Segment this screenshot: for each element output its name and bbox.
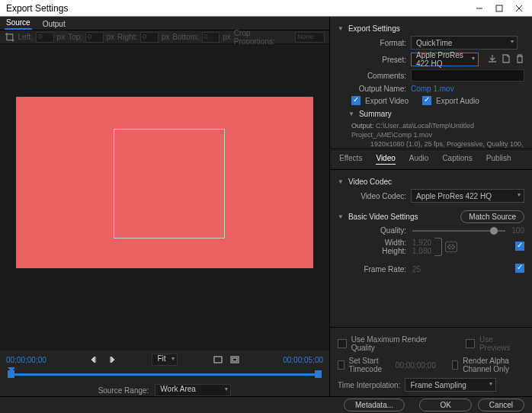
cancel-button[interactable]: Cancel: [478, 399, 524, 411]
tab-audio[interactable]: Audio: [409, 154, 429, 165]
out-handle[interactable]: [315, 370, 322, 378]
tab-source[interactable]: Source: [5, 17, 32, 30]
video-codec-header[interactable]: ▼Video Codec: [338, 178, 524, 186]
dimensions-match-checkbox[interactable]: [515, 242, 524, 251]
zoom-fit-dropdown[interactable]: Fit: [152, 354, 177, 366]
titlebar: Export Settings: [0, 0, 532, 17]
tab-captions[interactable]: Captions: [442, 154, 472, 165]
crop-prop-label: Crop Proportions:: [234, 29, 292, 46]
close-button[interactable]: [509, 2, 529, 15]
tab-video[interactable]: Video: [376, 154, 395, 165]
crop-right-input[interactable]: 0: [140, 32, 159, 43]
comments-input[interactable]: [411, 69, 524, 82]
match-source-button[interactable]: Match Source: [460, 210, 524, 223]
format-label: Format:: [351, 39, 406, 47]
framerate-value: 25: [412, 265, 421, 274]
tab-publish[interactable]: Publish: [486, 154, 511, 165]
quality-label: Quality:: [351, 226, 406, 235]
link-dimensions-button[interactable]: [445, 242, 457, 252]
svg-rect-0: [496, 5, 502, 11]
safe-margins-icon[interactable]: [229, 354, 240, 365]
quality-slider[interactable]: [412, 230, 505, 232]
render-options: Use Maximum Render Quality Use Previews …: [330, 327, 532, 396]
framerate-label: Frame Rate:: [351, 265, 406, 274]
aspect-icon[interactable]: [213, 354, 223, 365]
minimize-button[interactable]: [470, 2, 489, 15]
twirl-down-icon: ▼: [338, 178, 344, 185]
export-audio-checkbox[interactable]: [422, 96, 431, 105]
ok-button[interactable]: OK: [419, 399, 471, 411]
crop-icon[interactable]: [5, 32, 15, 43]
start-timecode-value: 00;00;00;00: [396, 361, 436, 370]
use-previews-checkbox: [466, 339, 475, 348]
twirl-down-icon: ▼: [348, 110, 354, 117]
export-settings-header[interactable]: ▼Export Settings: [338, 24, 524, 33]
comments-label: Comments:: [351, 72, 406, 80]
crop-right-label: Right:: [117, 33, 137, 41]
twirl-down-icon: ▼: [338, 25, 344, 32]
quality-value: 100: [511, 226, 524, 235]
save-preset-icon[interactable]: [488, 54, 497, 65]
playhead-icon[interactable]: [8, 367, 15, 372]
width-value: 1,920: [412, 239, 431, 247]
crop-toolbar: Left:0px Top:0px Right:0px Bottom:0px Cr…: [0, 30, 329, 44]
link-bracket-icon: [434, 238, 442, 256]
delete-preset-icon[interactable]: [515, 54, 524, 65]
maximize-button[interactable]: [489, 2, 509, 15]
height-value: 1,080: [412, 247, 431, 255]
crop-bottom-label: Bottom:: [172, 33, 198, 41]
video-codec-dropdown[interactable]: Apple ProRes 422 HQ: [411, 189, 524, 203]
format-dropdown[interactable]: QuickTime: [411, 36, 518, 50]
output-name-label: Output Name:: [351, 85, 406, 93]
prev-frame-icon[interactable]: [89, 354, 100, 365]
svg-rect-1: [214, 357, 222, 363]
preset-dropdown[interactable]: Apple ProRes 422 HQ: [411, 53, 479, 66]
tab-effects[interactable]: Effects: [339, 154, 362, 165]
output-name-link[interactable]: Comp 1.mov: [411, 85, 454, 93]
basic-video-header[interactable]: ▼Basic Video Settings Match Source: [338, 210, 524, 223]
max-render-checkbox[interactable]: [338, 339, 347, 348]
crop-top-input[interactable]: 0: [85, 32, 104, 43]
settings-panel: ▼Export Settings Format: QuickTime Prese…: [330, 17, 532, 396]
crop-prop-dropdown[interactable]: None: [295, 32, 325, 43]
summary-header[interactable]: ▼Summary: [348, 110, 524, 118]
set-timecode-checkbox[interactable]: [338, 360, 345, 370]
svg-rect-3: [232, 358, 237, 361]
width-label: Width:: [351, 239, 406, 247]
time-interp-label: Time Interpolation:: [338, 381, 400, 389]
crop-bottom-input[interactable]: 0: [202, 32, 220, 43]
height-label: Height:: [351, 247, 406, 255]
crop-top-label: Top:: [68, 33, 82, 41]
video-codec-label: Video Codec:: [351, 192, 406, 200]
source-range-label: Source Range:: [98, 386, 149, 395]
framerate-match-checkbox[interactable]: [515, 264, 524, 273]
preview-controls: 00;00;00;00 Fit 00;00;05;00 Source Range: [0, 351, 329, 396]
next-frame-icon[interactable]: [106, 354, 117, 365]
safe-margin-box: [114, 129, 225, 239]
export-video-checkbox[interactable]: [351, 96, 361, 105]
tab-output[interactable]: Output: [41, 18, 67, 30]
preview-frame: [16, 97, 313, 268]
time-out[interactable]: 00;00;05;00: [283, 356, 323, 364]
summary-output: Output: C:\User..ata\Local\Temp\Untitled…: [351, 121, 524, 149]
twirl-down-icon: ▼: [338, 213, 344, 220]
window-title: Export Settings: [3, 3, 470, 14]
crop-left-label: Left:: [18, 33, 33, 41]
preview-panel: Source Output Left:0px Top:0px Right:0px…: [0, 17, 330, 396]
timeline[interactable]: [8, 369, 322, 379]
render-alpha-checkbox[interactable]: [452, 360, 459, 370]
metadata-button[interactable]: Metadata...: [344, 399, 405, 411]
import-preset-icon[interactable]: [502, 54, 511, 65]
crop-left-input[interactable]: 0: [36, 32, 54, 43]
dialog-footer: Metadata... OK Cancel: [0, 396, 532, 413]
source-range-dropdown[interactable]: Work Area: [155, 384, 231, 396]
preview-area: [0, 44, 329, 351]
time-interp-dropdown[interactable]: Frame Sampling: [405, 378, 496, 392]
preset-label: Preset:: [351, 56, 406, 64]
export-tabs: Effects Video Audio Captions Publish: [330, 149, 532, 170]
time-in[interactable]: 00;00;00;00: [6, 356, 46, 364]
